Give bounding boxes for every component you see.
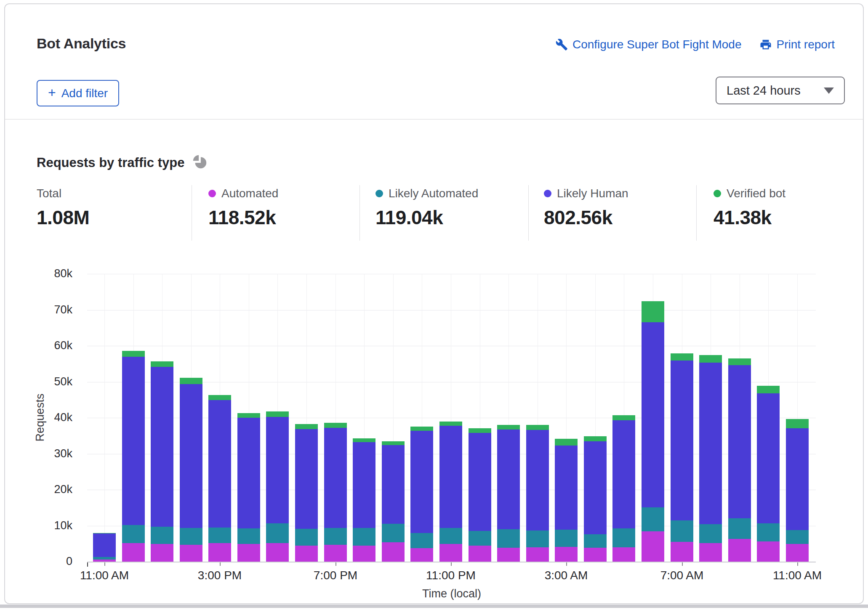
bar-segment-verified-bot[interactable] [671, 353, 693, 361]
bar-segment-likely-automated[interactable] [584, 534, 607, 548]
bar-segment-likely-human[interactable] [699, 363, 722, 524]
bar-segment-verified-bot[interactable] [93, 533, 116, 533]
bar-segment-likely-automated[interactable] [410, 533, 433, 548]
bar-segment-verified-bot[interactable] [180, 378, 202, 384]
bar-segment-automated[interactable] [237, 544, 260, 562]
bar-segment-likely-automated[interactable] [728, 518, 751, 539]
bar-segment-automated[interactable] [439, 544, 462, 562]
bar-segment-automated[interactable] [757, 541, 780, 562]
bar-segment-verified-bot[interactable] [208, 395, 231, 400]
add-filter-button[interactable]: + Add filter [37, 80, 119, 106]
bar-segment-likely-automated[interactable] [93, 557, 116, 560]
bar-segment-likely-human[interactable] [642, 322, 664, 507]
bar-segment-verified-bot[interactable] [642, 301, 664, 322]
bar-segment-likely-human[interactable] [786, 428, 809, 530]
bar-segment-automated[interactable] [728, 539, 751, 562]
bar-segment-likely-automated[interactable] [469, 531, 491, 546]
bar-segment-verified-bot[interactable] [526, 425, 549, 430]
bar-segment-automated[interactable] [642, 531, 664, 562]
bar-segment-likely-automated[interactable] [526, 530, 549, 547]
bar-segment-likely-automated[interactable] [266, 523, 289, 543]
bar-segment-verified-bot[interactable] [757, 386, 780, 393]
bar-segment-likely-automated[interactable] [439, 528, 462, 544]
bar-segment-likely-human[interactable] [295, 429, 318, 529]
bar-segment-likely-automated[interactable] [180, 528, 202, 545]
stat-likely-automated[interactable]: Likely Automated 119.04k [375, 186, 527, 229]
bar-segment-likely-human[interactable] [324, 428, 347, 528]
bar-segment-automated[interactable] [410, 548, 433, 562]
bar-segment-automated[interactable] [266, 543, 289, 562]
bar-segment-automated[interactable] [122, 543, 145, 562]
bar-segment-automated[interactable] [324, 545, 347, 562]
bar-segment-verified-bot[interactable] [728, 358, 751, 365]
bar-segment-verified-bot[interactable] [295, 424, 318, 429]
bar-segment-verified-bot[interactable] [469, 428, 491, 433]
bar-segment-likely-human[interactable] [584, 441, 607, 534]
stat-likely-human[interactable]: Likely Human 802.56k [544, 186, 695, 229]
bar-segment-likely-human[interactable] [497, 430, 520, 529]
stat-verified-bot[interactable]: Verified bot 41.38k [714, 186, 865, 229]
bar-segment-likely-human[interactable] [93, 533, 116, 557]
bar-segment-likely-human[interactable] [180, 384, 202, 528]
bar-segment-likely-automated[interactable] [699, 524, 722, 543]
bar-segment-automated[interactable] [382, 542, 405, 562]
bar-segment-verified-bot[interactable] [612, 415, 635, 420]
bar-segment-verified-bot[interactable] [151, 361, 173, 367]
bar-segment-automated[interactable] [469, 546, 491, 562]
bar-segment-likely-automated[interactable] [612, 528, 635, 547]
bar-segment-verified-bot[interactable] [324, 423, 347, 428]
bar-segment-likely-human[interactable] [612, 420, 635, 528]
bar-segment-likely-human[interactable] [151, 367, 173, 527]
bar-segment-verified-bot[interactable] [410, 427, 433, 431]
bar-segment-verified-bot[interactable] [237, 413, 260, 418]
bar-segment-likely-human[interactable] [410, 431, 433, 533]
bar-segment-automated[interactable] [671, 542, 693, 562]
print-report-link[interactable]: Print report [759, 38, 835, 51]
bar-segment-likely-human[interactable] [353, 442, 375, 528]
bar-segment-likely-human[interactable] [237, 418, 260, 528]
bar-segment-likely-automated[interactable] [151, 527, 173, 544]
bar-segment-verified-bot[interactable] [382, 441, 405, 445]
bar-segment-likely-automated[interactable] [237, 528, 260, 544]
bar-segment-verified-bot[interactable] [555, 439, 578, 446]
bar-segment-verified-bot[interactable] [497, 425, 520, 430]
bar-segment-likely-automated[interactable] [671, 520, 693, 542]
bar-segment-likely-human[interactable] [439, 426, 462, 528]
bar-segment-likely-human[interactable] [671, 361, 693, 520]
bar-segment-likely-automated[interactable] [786, 530, 809, 544]
bar-segment-likely-human[interactable] [526, 430, 549, 530]
configure-super-bot-fight-mode-link[interactable]: Configure Super Bot Fight Mode [555, 38, 742, 51]
bar-segment-likely-human[interactable] [266, 417, 289, 523]
bar-segment-verified-bot[interactable] [584, 436, 607, 441]
bar-segment-likely-automated[interactable] [382, 524, 405, 542]
bar-segment-likely-human[interactable] [555, 446, 578, 530]
bar-segment-automated[interactable] [295, 546, 318, 562]
bar-segment-likely-automated[interactable] [353, 528, 375, 546]
bar-segment-automated[interactable] [208, 543, 231, 562]
bar-segment-verified-bot[interactable] [439, 422, 462, 426]
bar-segment-likely-human[interactable] [208, 400, 231, 528]
bar-segment-automated[interactable] [93, 560, 116, 562]
bar-segment-likely-automated[interactable] [497, 529, 520, 548]
bar-segment-automated[interactable] [151, 544, 173, 562]
bar-segment-automated[interactable] [555, 547, 578, 562]
bar-segment-likely-automated[interactable] [642, 507, 664, 531]
bar-segment-likely-automated[interactable] [208, 528, 231, 543]
bar-segment-verified-bot[interactable] [786, 419, 809, 428]
bar-segment-likely-automated[interactable] [324, 528, 347, 545]
bar-segment-likely-automated[interactable] [757, 523, 780, 541]
bar-segment-automated[interactable] [180, 545, 202, 562]
bar-segment-verified-bot[interactable] [353, 438, 375, 442]
time-range-select[interactable]: Last 24 hours [716, 77, 845, 104]
bar-segment-likely-automated[interactable] [122, 525, 145, 543]
bar-segment-automated[interactable] [526, 547, 549, 562]
stat-automated[interactable]: Automated 118.52k [208, 186, 360, 229]
bar-segment-verified-bot[interactable] [122, 351, 145, 357]
bar-segment-automated[interactable] [786, 544, 809, 562]
bar-segment-verified-bot[interactable] [699, 355, 722, 363]
bar-segment-automated[interactable] [699, 543, 722, 562]
bar-segment-automated[interactable] [497, 548, 520, 562]
bar-segment-verified-bot[interactable] [266, 411, 289, 417]
bar-segment-likely-human[interactable] [757, 393, 780, 523]
bar-segment-likely-automated[interactable] [295, 529, 318, 546]
